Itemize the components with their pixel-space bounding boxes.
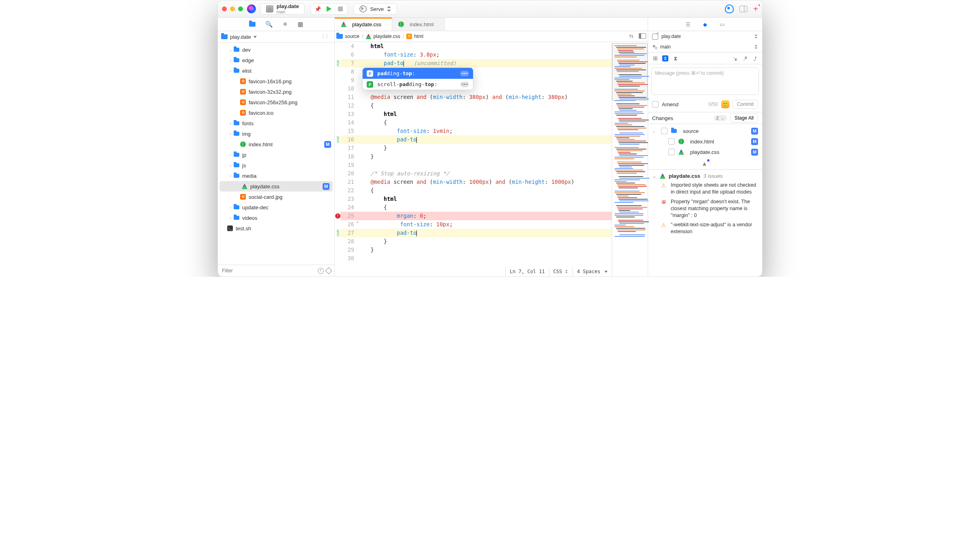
file-tree: ⌄dev›edge›elistfavicon-16x16.pngfavicon-… <box>218 43 334 265</box>
tree-item[interactable]: ›img <box>218 128 334 139</box>
terminal-icon[interactable]: ▭ <box>718 21 726 28</box>
tree-item[interactable]: playdate.cssM <box>220 181 333 192</box>
grid-icon[interactable]: ▦ <box>298 21 303 28</box>
vcs-toolbar: ⊞ ± ⧗ ⭸ ⭷ ⭜ <box>648 52 762 64</box>
change-row[interactable]: playdate.cssM <box>648 147 762 157</box>
align-icon[interactable]: ☰ <box>684 21 692 28</box>
tree-item[interactable]: ⌄dev <box>218 44 334 55</box>
tree-item[interactable]: ›_test.sh <box>218 223 334 234</box>
chevron-down-icon <box>253 36 257 38</box>
titlebar: play.date main 📌 Serve + <box>218 0 762 18</box>
commit-message[interactable]: Message (press ⌘⏎ to commit) <box>651 67 759 95</box>
tree-item[interactable]: index.htmlM <box>218 139 334 150</box>
repo-name: play.date <box>661 34 681 39</box>
breadcrumbs[interactable]: source/playdate.css/#html <box>336 34 423 39</box>
project-crumb[interactable]: play.date main <box>260 3 305 15</box>
project-name: play.date <box>277 4 299 9</box>
sidebar-header[interactable]: play.date 〈〉 <box>218 31 334 43</box>
tree-item[interactable]: ›videos <box>218 213 334 223</box>
amend-checkbox[interactable] <box>652 101 659 107</box>
tree-item[interactable]: social-card.jpg <box>218 192 334 202</box>
search-icon[interactable]: 🔍 <box>265 21 273 28</box>
issues-indicator-icon[interactable]: ▲ <box>701 160 709 167</box>
source-control-icon[interactable]: ◆ <box>701 21 709 28</box>
clock-icon[interactable] <box>318 268 324 274</box>
compare-icon[interactable]: ⇆ <box>629 33 636 40</box>
issues-file: playdate.css <box>669 173 700 179</box>
char-counter: 0/50 <box>708 101 718 107</box>
editor-tab[interactable]: index.html <box>392 18 444 31</box>
nav-back[interactable]: 〈 <box>319 33 325 40</box>
issues-header[interactable]: ⌄ playdate.css 3 issues <box>652 173 758 179</box>
preview-icon[interactable] <box>725 4 734 13</box>
filter-input[interactable] <box>221 268 315 274</box>
graph-icon[interactable]: ⊞ <box>652 55 658 61</box>
changes-label: Changes <box>652 115 673 121</box>
split-icon[interactable] <box>639 33 646 39</box>
new-sparkle-icon[interactable]: + <box>753 4 758 14</box>
task-selector[interactable]: Serve <box>353 3 397 15</box>
tree-item[interactable]: favicon-16x16.png <box>218 76 334 86</box>
zoom-window[interactable] <box>238 6 243 11</box>
push-icon[interactable]: ⭜ <box>752 55 758 62</box>
indent-mode[interactable]: 4 Spaces <box>572 267 612 276</box>
close-window[interactable] <box>222 6 227 11</box>
tree-item[interactable]: favicon-256x256.png <box>218 97 334 107</box>
editor-toolbar: source/playdate.css/#html ⇆ <box>335 31 648 42</box>
folder-icon <box>221 34 228 39</box>
repo-row[interactable]: play.date <box>648 31 762 42</box>
panel-toggle-icon[interactable] <box>739 6 748 12</box>
tree-item[interactable]: ›fonts <box>218 118 334 128</box>
stage-all-button[interactable]: Stage All <box>730 114 758 122</box>
minimap[interactable] <box>612 42 648 276</box>
breadcrumb-item[interactable]: playdate.css <box>365 34 400 39</box>
breadcrumb-item[interactable]: source <box>336 34 359 39</box>
project-branch: main <box>277 10 299 14</box>
tree-item[interactable]: favicon-32x32.png <box>218 86 334 97</box>
run-button[interactable] <box>325 5 333 13</box>
tree-item[interactable]: ›elist <box>218 65 334 76</box>
breadcrumb-item[interactable]: #html <box>406 34 423 39</box>
project-icon <box>266 5 273 13</box>
nav-fwd[interactable]: 〉 <box>325 33 331 40</box>
tree-item[interactable]: favicon.ico <box>218 107 334 118</box>
fetch-icon[interactable]: ⭷ <box>742 55 748 62</box>
stage-icon[interactable]: ± <box>662 55 668 61</box>
change-row[interactable]: ⌄sourceM <box>648 126 762 136</box>
app-icon <box>247 4 256 13</box>
tree-item[interactable]: ›jp <box>218 150 334 160</box>
minimize-window[interactable] <box>230 6 235 11</box>
changes-count: 2 ⌄ <box>714 115 727 121</box>
issue-item[interactable]: ֍Property "mrgan" doesn't exist. The clo… <box>652 196 758 219</box>
pin-icon[interactable]: 📌 <box>314 5 321 13</box>
commit-button[interactable]: Commit <box>733 100 758 109</box>
language-mode[interactable]: CSS <box>549 267 573 276</box>
issue-item[interactable]: ⚠︎Imported style sheets are not checked … <box>652 179 758 196</box>
author-avatar[interactable] <box>721 100 729 108</box>
stopwatch-icon[interactable]: ⧗ <box>672 55 678 61</box>
inspector-panel: ☰ ◆ ▭ play.date main ⊞ ± ⧗ ⭸ <box>648 18 762 276</box>
change-row[interactable]: index.htmlM <box>648 136 762 147</box>
tree-item[interactable]: ›edge <box>218 55 334 65</box>
branch-name: main <box>660 44 671 50</box>
window-controls <box>222 6 243 11</box>
autocomplete-item[interactable]: Pscroll-padding-top: <box>363 79 473 90</box>
cursor-position[interactable]: Ln 7, Col 11 <box>505 267 549 276</box>
code-editor[interactable]: 4 html6 font-size: 3.8px;7 pad-to (uncom… <box>335 42 648 276</box>
autocomplete-item[interactable]: Ppadding-top: <box>363 68 473 79</box>
issue-item[interactable]: ⚠︎"-webkit-text-size-adjust" is a vendor… <box>652 219 758 235</box>
tree-item[interactable]: ›update-dec <box>218 202 334 213</box>
autocomplete-popup[interactable]: Ppadding-top:Pscroll-padding-top: <box>362 67 473 90</box>
symbols-icon[interactable]: ✳ <box>283 21 288 28</box>
sidebar-root-name: play.date <box>230 34 251 40</box>
sidebar: 🔍 ✳ ▦ play.date 〈〉 ⌄dev›edge›elistfavico… <box>218 18 335 276</box>
tree-item[interactable]: ›media <box>218 171 334 181</box>
editor-tab[interactable]: playdate.css <box>335 18 392 31</box>
branch-row[interactable]: main <box>648 42 762 52</box>
files-icon[interactable] <box>249 21 256 28</box>
pull-icon[interactable]: ⭸ <box>732 55 738 62</box>
tree-item[interactable]: ›js <box>218 160 334 171</box>
status-bar: Ln 7, Col 11 CSS 4 Spaces <box>505 267 612 276</box>
stop-button[interactable] <box>337 5 344 13</box>
scope-icon[interactable] <box>325 268 332 274</box>
